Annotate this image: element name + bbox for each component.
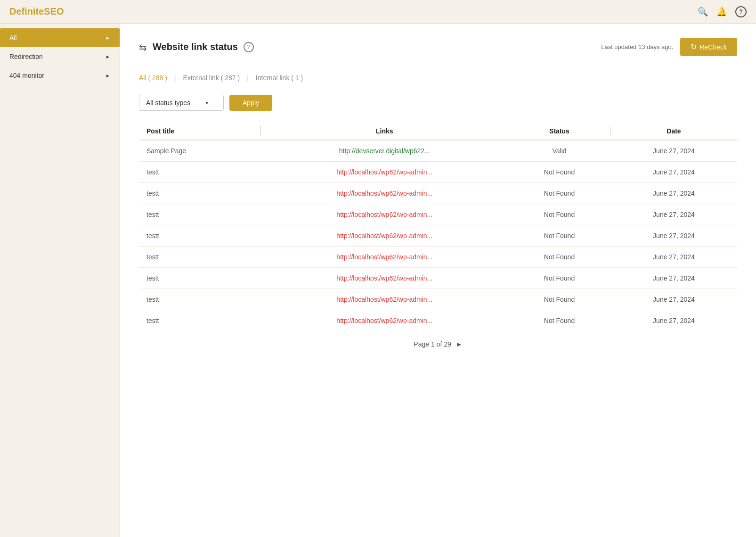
link-table: Post title Links Status Date Sample Page… <box>139 123 737 331</box>
table-row: testthttp://localhost/wp62/wp-admin...No… <box>139 310 737 331</box>
cell-status: Not Found <box>508 204 610 225</box>
table-row: testthttp://localhost/wp62/wp-admin...No… <box>139 247 737 268</box>
sidebar-item-all[interactable]: All ► <box>0 28 120 47</box>
cell-post-title: testt <box>139 204 261 225</box>
chevron-right-icon: ► <box>106 73 110 78</box>
col-post-title: Post title <box>139 123 261 140</box>
chevron-right-icon: ► <box>106 54 110 59</box>
tab-separator-2: | <box>247 74 249 82</box>
status-dropdown[interactable]: All status types ▼ <box>139 95 224 111</box>
cell-post-title: testt <box>139 247 261 268</box>
cell-link[interactable]: http://localhost/wp62/wp-admin... <box>261 310 509 331</box>
recheck-icon: ↻ <box>691 42 697 51</box>
sidebar: All ► Redirection ► 404 monitor ► <box>0 24 120 537</box>
last-updated-text: Last updated 13 days ago. <box>601 43 673 50</box>
cell-date: June 27, 2024 <box>610 247 737 268</box>
table-row: testthttp://localhost/wp62/wp-admin...No… <box>139 225 737 247</box>
status-dropdown-label: All status types <box>146 99 190 107</box>
cell-link[interactable]: http://localhost/wp62/wp-admin... <box>261 268 509 289</box>
chevron-down-icon: ▼ <box>204 100 209 106</box>
cell-post-title: testt <box>139 310 261 331</box>
cell-link[interactable]: http://localhost/wp62/wp-admin... <box>261 204 509 225</box>
shuffle-icon: ⇆ <box>139 41 147 53</box>
search-icon[interactable]: 🔍 <box>698 7 708 17</box>
logo-black: Definite <box>9 6 44 17</box>
col-date: Date <box>610 123 737 140</box>
pagination-label: Page 1 of 29 <box>414 340 451 348</box>
tab-separator: | <box>174 74 176 82</box>
tabs-container: All ( 288 ) | External link ( 287 ) | In… <box>139 70 737 85</box>
top-nav-icons: 🔍 🔔 ? <box>698 6 747 17</box>
header-right: Last updated 13 days ago. ↻ ReCheck <box>601 38 737 56</box>
col-links: Links <box>261 123 509 140</box>
tab-internal[interactable]: Internal link ( 1 ) <box>256 70 303 85</box>
sidebar-item-redirection[interactable]: Redirection ► <box>0 47 120 66</box>
tab-all[interactable]: All ( 288 ) <box>139 70 167 85</box>
cell-date: June 27, 2024 <box>610 310 737 331</box>
cell-post-title: Sample Page <box>139 140 261 162</box>
page-header: ⇆ Website link status ? Last updated 13 … <box>139 38 737 56</box>
table-header: Post title Links Status Date <box>139 123 737 140</box>
pagination-next-button[interactable]: ► <box>456 340 463 348</box>
cell-post-title: testt <box>139 225 261 247</box>
sidebar-item-404-monitor[interactable]: 404 monitor ► <box>0 66 120 85</box>
cell-link[interactable]: http://localhost/wp62/wp-admin... <box>261 162 509 183</box>
cell-post-title: testt <box>139 289 261 310</box>
cell-date: June 27, 2024 <box>610 204 737 225</box>
main-content: ⇆ Website link status ? Last updated 13 … <box>120 24 756 537</box>
cell-post-title: testt <box>139 268 261 289</box>
page-title-area: ⇆ Website link status ? <box>139 41 254 53</box>
bell-icon[interactable]: 🔔 <box>716 7 727 17</box>
cell-date: June 27, 2024 <box>610 225 737 247</box>
cell-status: Not Found <box>508 225 610 247</box>
cell-date: June 27, 2024 <box>610 268 737 289</box>
sidebar-item-label: 404 monitor <box>9 72 44 79</box>
top-navigation: DefiniteSEO 🔍 🔔 ? <box>0 0 756 24</box>
help-icon[interactable]: ? <box>735 6 747 17</box>
apply-button[interactable]: Apply <box>229 95 272 111</box>
table-body: Sample Pagehttp://devserver.digital/wp62… <box>139 140 737 331</box>
cell-status: Not Found <box>508 268 610 289</box>
cell-date: June 27, 2024 <box>610 162 737 183</box>
sidebar-item-label: Redirection <box>9 53 43 60</box>
table-header-row: Post title Links Status Date <box>139 123 737 140</box>
cell-date: June 27, 2024 <box>610 289 737 310</box>
cell-date: June 27, 2024 <box>610 183 737 204</box>
logo-gold: SEO <box>44 6 64 17</box>
table-row: testthttp://localhost/wp62/wp-admin...No… <box>139 289 737 310</box>
table-row: testthttp://localhost/wp62/wp-admin...No… <box>139 183 737 204</box>
table-row: Sample Pagehttp://devserver.digital/wp62… <box>139 140 737 162</box>
pagination: Page 1 of 29 ► <box>139 331 737 353</box>
tab-external[interactable]: External link ( 287 ) <box>183 70 240 85</box>
filter-row: All status types ▼ Apply <box>139 95 737 111</box>
sidebar-item-label: All <box>9 34 17 41</box>
cell-post-title: testt <box>139 183 261 204</box>
cell-link[interactable]: http://localhost/wp62/wp-admin... <box>261 183 509 204</box>
cell-status: Not Found <box>508 162 610 183</box>
page-title: Website link status <box>153 41 238 52</box>
logo: DefiniteSEO <box>9 6 64 17</box>
cell-link[interactable]: http://localhost/wp62/wp-admin... <box>261 225 509 247</box>
cell-date: June 27, 2024 <box>610 140 737 162</box>
cell-status: Not Found <box>508 247 610 268</box>
cell-post-title: testt <box>139 162 261 183</box>
col-status: Status <box>508 123 610 140</box>
recheck-label: ReCheck <box>699 43 727 51</box>
cell-link[interactable]: http://localhost/wp62/wp-admin... <box>261 289 509 310</box>
cell-status: Not Found <box>508 183 610 204</box>
help-circle-icon[interactable]: ? <box>244 42 254 52</box>
cell-status: Not Found <box>508 289 610 310</box>
table-row: testthttp://localhost/wp62/wp-admin...No… <box>139 268 737 289</box>
chevron-right-icon: ► <box>106 35 110 41</box>
cell-link[interactable]: http://devserver.digital/wp622... <box>261 140 509 162</box>
main-layout: All ► Redirection ► 404 monitor ► ⇆ Webs… <box>0 24 756 537</box>
table-row: testthttp://localhost/wp62/wp-admin...No… <box>139 162 737 183</box>
table-row: testthttp://localhost/wp62/wp-admin...No… <box>139 204 737 225</box>
recheck-button[interactable]: ↻ ReCheck <box>680 38 737 56</box>
cell-status: Valid <box>508 140 610 162</box>
cell-status: Not Found <box>508 310 610 331</box>
cell-link[interactable]: http://localhost/wp62/wp-admin... <box>261 247 509 268</box>
